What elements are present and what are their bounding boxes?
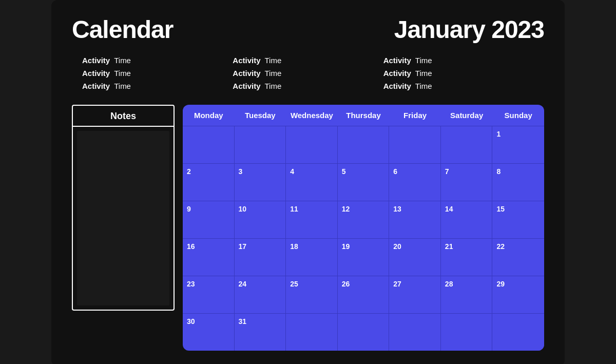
calendar-day-cell[interactable]: 7 [441,164,493,201]
day-number: 23 [187,280,195,288]
calendar-day-cell [441,314,493,351]
day-number: 30 [187,317,195,325]
calendar-day-cell[interactable]: 25 [286,276,338,313]
calendar-day-cell[interactable]: 8 [492,164,544,201]
calendar-day-cell[interactable]: 9 [183,201,235,238]
activity-row: Activity Time [233,69,383,78]
calendar-day-cell [286,126,338,163]
page-title: Calendar [72,15,173,44]
calendar-day-cell[interactable]: 16 [183,239,235,276]
month-title: January 2023 [394,15,544,44]
calendar-day-cell[interactable]: 17 [235,239,286,276]
calendar-day-cell[interactable]: 3 [235,164,286,201]
day-number: 11 [290,205,298,213]
activity-row: Activity Time [383,56,534,65]
time-label: Time [415,56,432,65]
calendar-week-row: 3031 [183,313,544,351]
calendar-header-row: Monday Tuesday Wednesday Thursday Friday… [183,105,544,126]
time-label: Time [265,82,282,90]
day-number: 1 [496,130,500,138]
activity-label: Activity [233,69,260,78]
calendar-container: Calendar January 2023 Activity Time Acti… [51,0,565,364]
day-number: 20 [393,242,401,251]
day-header-thursday: Thursday [338,105,390,126]
calendar-day-cell[interactable]: 22 [492,239,544,276]
day-number: 17 [239,242,247,251]
calendar-day-cell[interactable]: 20 [389,239,441,276]
day-header-monday: Monday [183,105,235,126]
calendar-grid: Monday Tuesday Wednesday Thursday Friday… [183,105,544,351]
time-label: Time [114,82,131,90]
calendar-day-cell [286,314,338,351]
calendar-day-cell[interactable]: 28 [441,276,493,313]
calendar-day-cell[interactable]: 11 [286,201,338,238]
calendar-day-cell[interactable]: 15 [492,201,544,238]
notes-panel: Notes [72,105,175,311]
time-label: Time [265,56,282,65]
day-number: 13 [393,205,401,213]
calendar-day-cell[interactable]: 14 [441,201,493,238]
calendar-day-cell[interactable]: 21 [441,239,493,276]
time-label: Time [114,69,131,78]
day-number: 18 [290,242,298,251]
calendar-day-cell[interactable]: 1 [492,126,544,163]
activity-row: Activity Time [82,69,233,78]
day-number: 12 [342,205,350,213]
calendar-day-cell[interactable]: 24 [235,276,286,313]
activity-row: Activity Time [383,82,534,90]
activity-label: Activity [233,56,260,65]
time-label: Time [265,69,282,78]
time-label: Time [415,69,432,78]
calendar-day-cell[interactable]: 23 [183,276,235,313]
day-number: 9 [187,205,191,213]
day-number: 10 [239,205,247,213]
notes-content-area[interactable] [77,131,169,305]
calendar-day-cell[interactable]: 12 [338,201,390,238]
day-number: 5 [342,167,346,176]
calendar-day-cell[interactable]: 19 [338,239,390,276]
day-number: 24 [239,280,247,288]
calendar-week-row: 23242526272829 [183,276,544,313]
day-number: 7 [445,167,449,176]
calendar-day-cell[interactable]: 6 [389,164,441,201]
day-number: 26 [342,280,350,288]
day-number: 19 [342,242,350,251]
calendar-day-cell[interactable]: 10 [235,201,286,238]
calendar-body: 1234567891011121314151617181920212223242… [183,126,544,351]
day-number: 21 [445,242,453,251]
day-number: 4 [290,167,294,176]
calendar-day-cell[interactable]: 2 [183,164,235,201]
calendar-week-row: 9101112131415 [183,201,544,238]
calendar-day-cell[interactable]: 4 [286,164,338,201]
day-number: 27 [393,280,401,288]
activity-label: Activity [383,69,411,78]
calendar-day-cell[interactable]: 29 [492,276,544,313]
activity-column-1: Activity Time Activity Time Activity Tim… [82,56,233,90]
calendar-day-cell[interactable]: 5 [338,164,390,201]
day-number: 15 [496,205,505,213]
day-header-friday: Friday [389,105,441,126]
activity-row: Activity Time [233,82,383,90]
day-number: 6 [393,167,397,176]
activities-section: Activity Time Activity Time Activity Tim… [72,56,544,90]
activity-label: Activity [82,82,110,90]
calendar-day-cell[interactable]: 31 [235,314,286,351]
activity-column-3: Activity Time Activity Time Activity Tim… [383,56,534,90]
calendar-week-row: 1 [183,126,544,163]
time-label: Time [114,56,131,65]
activity-label: Activity [233,82,260,90]
calendar-day-cell[interactable]: 13 [389,201,441,238]
activity-label: Activity [383,82,411,90]
calendar-day-cell[interactable]: 27 [389,276,441,313]
calendar-day-cell[interactable]: 30 [183,314,235,351]
day-header-tuesday: Tuesday [235,105,286,126]
calendar-day-cell [235,126,286,163]
activity-row: Activity Time [233,56,383,65]
day-number: 25 [290,280,298,288]
calendar-day-cell [492,314,544,351]
calendar-day-cell[interactable]: 26 [338,276,390,313]
calendar-day-cell[interactable]: 18 [286,239,338,276]
activity-label: Activity [82,56,110,65]
day-number: 3 [239,167,243,176]
day-header-saturday: Saturday [441,105,493,126]
